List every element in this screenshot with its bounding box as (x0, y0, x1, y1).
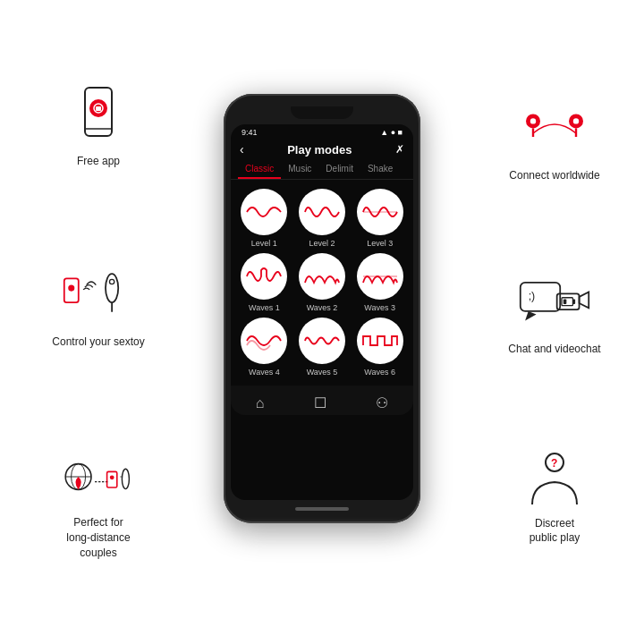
status-icons: ▲ ● ■ (380, 128, 402, 137)
svg-marker-28 (580, 292, 589, 309)
svg-marker-26 (525, 311, 536, 321)
svg-point-7 (106, 274, 118, 302)
mode-waves6[interactable]: Waves 6 (353, 318, 406, 377)
mode-waves5[interactable]: Waves 5 (296, 318, 349, 377)
svg-rect-14 (107, 471, 117, 487)
svg-text:;): ;) (529, 291, 536, 303)
nav-profile-icon[interactable]: ⚇ (376, 394, 388, 411)
control-label: Control your sextoy (52, 335, 144, 350)
svg-point-15 (110, 475, 114, 479)
phone-reflection (242, 523, 402, 550)
phone-notch (291, 106, 353, 119)
mode-circle-waves3[interactable] (357, 253, 403, 300)
modes-grid: Level 1 Level 2 (231, 185, 413, 386)
svg-rect-4 (96, 106, 101, 111)
mode-label-level2: Level 2 (309, 239, 335, 248)
svg-point-6 (68, 284, 74, 291)
mode-label-waves3: Waves 3 (364, 303, 395, 312)
mode-level2[interactable]: Level 2 (296, 189, 349, 248)
chat-icon: ;) (519, 272, 590, 335)
connect-label: Connect worldwide (509, 168, 599, 183)
mode-waves1[interactable]: Waves 1 (238, 253, 291, 312)
status-bar: 9:41 ▲ ● ■ (231, 124, 413, 139)
mode-label-waves4: Waves 4 (249, 368, 280, 377)
mode-label-level1: Level 1 (251, 239, 277, 248)
tab-delimit[interactable]: Delimit (318, 160, 360, 179)
app-tabs: Classic Music Delimit Shake (231, 160, 413, 180)
distance-icon: ʿ (63, 445, 134, 508)
mode-waves4[interactable]: Waves 4 (238, 318, 291, 377)
mode-circle-level1[interactable] (241, 189, 287, 235)
tab-music[interactable]: Music (281, 160, 318, 179)
tab-shake[interactable]: Shake (360, 160, 400, 179)
nav-home-icon[interactable]: ⌂ (256, 395, 265, 411)
connect-icon (519, 98, 590, 161)
feature-connect: Connect worldwide (509, 98, 599, 183)
feature-free-app: Free app (63, 84, 134, 169)
mode-label-level3: Level 3 (367, 239, 393, 248)
phone-wrapper: 9:41 ▲ ● ■ ‹ Play modes ✗ Classic Music … (224, 94, 420, 550)
feature-chat: ;) Chat and videochat (508, 272, 600, 357)
phone-screen: 9:41 ▲ ● ■ ‹ Play modes ✗ Classic Music … (231, 124, 413, 500)
app-title: Play modes (287, 143, 352, 157)
status-time: 9:41 (242, 128, 258, 137)
svg-rect-31 (564, 300, 567, 304)
mode-circle-waves4[interactable] (241, 318, 287, 364)
phone-home-bar (295, 507, 349, 511)
mode-label-waves6: Waves 6 (364, 368, 395, 377)
mode-label-waves5: Waves 5 (307, 368, 338, 377)
mode-circle-level3[interactable] (357, 189, 403, 235)
feature-distance: ʿ Perfect forlong-distancecouples (63, 445, 134, 560)
phone: 9:41 ▲ ● ■ ‹ Play modes ✗ Classic Music … (224, 94, 420, 523)
mode-circle-waves5[interactable] (299, 318, 345, 364)
feature-control: Control your sextoy (52, 265, 144, 350)
left-panel: Free app Control your sextoy (18, 0, 179, 644)
nav-chat-icon[interactable]: ☐ (314, 394, 326, 411)
phone-bottom-nav: ⌂ ☐ ⚇ (231, 386, 413, 415)
svg-point-19 (530, 118, 536, 123)
svg-text:?: ? (551, 457, 557, 470)
feature-discreet: ? Discreetpublic play (519, 446, 590, 547)
back-button[interactable]: ‹ (240, 142, 244, 157)
control-icon (63, 265, 134, 327)
discreet-label: Discreetpublic play (530, 516, 580, 547)
mode-waves2[interactable]: Waves 2 (296, 253, 349, 312)
svg-point-9 (109, 279, 114, 284)
right-panel: Connect worldwide ;) Chat and videochat (474, 0, 635, 644)
bluetooth-icon[interactable]: ✗ (395, 143, 404, 156)
mode-circle-waves6[interactable] (357, 318, 403, 364)
distance-label: Perfect forlong-distancecouples (66, 515, 130, 560)
free-app-icon (63, 84, 134, 147)
app-header: ‹ Play modes ✗ (231, 139, 413, 160)
svg-rect-30 (572, 300, 575, 304)
mode-circle-waves2[interactable] (299, 253, 345, 300)
mode-label-waves1: Waves 1 (249, 303, 280, 312)
chat-label: Chat and videochat (508, 342, 600, 357)
mode-circle-level2[interactable] (299, 189, 345, 235)
mode-waves3[interactable]: Waves 3 (353, 253, 406, 312)
discreet-icon: ? (519, 446, 590, 509)
mode-level1[interactable]: Level 1 (238, 189, 291, 248)
tab-classic[interactable]: Classic (238, 160, 281, 179)
svg-rect-24 (521, 283, 560, 311)
mode-circle-waves1[interactable] (241, 253, 287, 300)
mode-level3[interactable]: Level 3 (353, 189, 406, 248)
mode-label-waves2: Waves 2 (307, 303, 338, 312)
free-app-label: Free app (77, 154, 120, 169)
svg-point-22 (573, 118, 579, 123)
svg-point-17 (122, 469, 129, 488)
